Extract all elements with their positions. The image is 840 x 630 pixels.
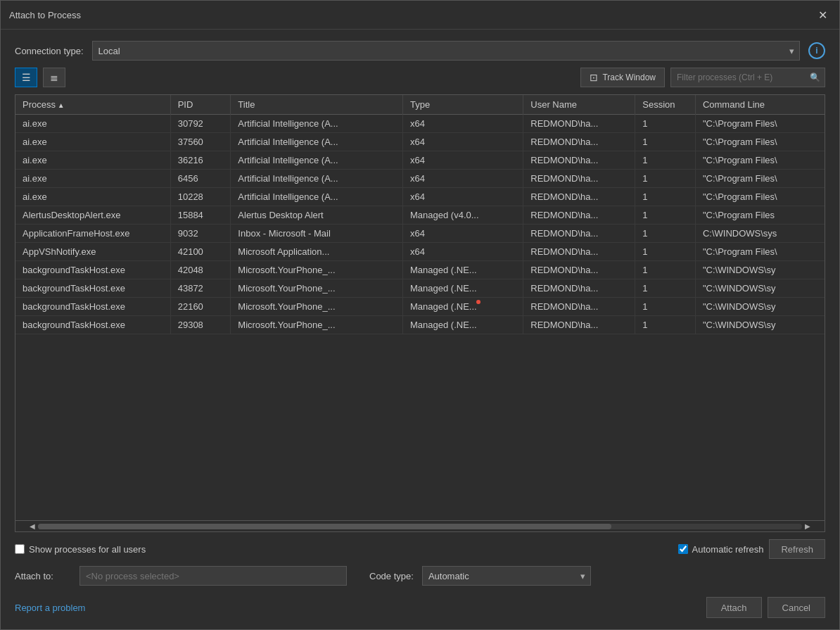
table-cell: x64 (403, 133, 523, 151)
col-header-process[interactable]: Process (15, 95, 170, 115)
table-cell: 1 (635, 115, 696, 133)
col-header-username[interactable]: User Name (523, 95, 635, 115)
report-problem-link[interactable]: Report a problem (15, 603, 85, 613)
table-cell: ApplicationFrameHost.exe (15, 225, 170, 243)
table-cell: 6456 (170, 170, 231, 188)
scroll-thumb[interactable] (38, 524, 611, 529)
toolbar-row: ☰ ≣ ⊡ Track Window 🔍 (15, 68, 825, 87)
table-cell: x64 (403, 225, 523, 243)
table-cell: 9032 (170, 225, 231, 243)
table-cell: 29308 (170, 316, 231, 334)
table-cell: 1 (635, 206, 696, 225)
close-button[interactable]: ✕ (814, 6, 831, 23)
connection-type-label: Connection type: (15, 46, 84, 56)
table-cell: "C:\Program Files\ (695, 188, 825, 206)
table-cell: 1 (635, 133, 696, 151)
table-cell: x64 (403, 170, 523, 188)
table-cell: Artificial Intelligence (A... (231, 115, 403, 133)
table-cell: Microsoft.YourPhone_... (231, 261, 403, 279)
table-cell: Alertus Desktop Alert (231, 206, 403, 225)
attach-to-row: Attach to: Code type: Automatic (15, 566, 825, 586)
attach-button[interactable]: Attach (706, 597, 762, 618)
table-cell: 30792 (170, 115, 231, 133)
table-cell: ai.exe (15, 115, 170, 133)
table-cell: 1 (635, 188, 696, 206)
filter-wrapper: 🔍 (670, 68, 825, 87)
scroll-right-arrow[interactable]: ▶ (802, 522, 813, 530)
code-type-select[interactable]: Automatic (422, 566, 591, 586)
auto-refresh-label[interactable]: Automatic refresh (678, 544, 764, 555)
col-header-cmdline[interactable]: Command Line (695, 95, 825, 115)
table-cell: "C:\Program Files\ (695, 133, 825, 151)
filter-search-button[interactable]: 🔍 (806, 68, 825, 87)
table-row[interactable]: ai.exe10228Artificial Intelligence (A...… (15, 188, 825, 206)
show-all-users-label[interactable]: Show processes for all users (15, 544, 146, 555)
table-cell: 37560 (170, 133, 231, 151)
table-cell: Microsoft.YourPhone_... (231, 298, 403, 316)
info-icon[interactable]: i (808, 42, 825, 59)
table-cell: 1 (635, 170, 696, 188)
table-row[interactable]: backgroundTaskHost.exe29308Microsoft.You… (15, 316, 825, 334)
auto-refresh-checkbox[interactable] (678, 544, 688, 554)
table-cell: REDMOND\ha... (523, 188, 635, 206)
search-icon: 🔍 (810, 73, 820, 82)
cancel-button[interactable]: Cancel (768, 597, 825, 618)
table-cell: REDMOND\ha... (523, 279, 635, 298)
table-cell: REDMOND\ha... (523, 115, 635, 133)
scroll-track (38, 524, 802, 529)
table-row[interactable]: backgroundTaskHost.exe22160Microsoft.You… (15, 298, 825, 316)
table-row[interactable]: ApplicationFrameHost.exe9032Inbox - Micr… (15, 225, 825, 243)
table-cell: Microsoft.YourPhone_... (231, 279, 403, 298)
footer-buttons: Attach Cancel (706, 597, 825, 618)
table-cell: Managed (.NE... (403, 298, 523, 316)
table-cell: REDMOND\ha... (523, 243, 635, 261)
table-cell: "C:\Program Files\ (695, 115, 825, 133)
table-row[interactable]: backgroundTaskHost.exe43872Microsoft.You… (15, 279, 825, 298)
table-cell: x64 (403, 188, 523, 206)
table-cell: REDMOND\ha... (523, 151, 635, 170)
list-view-button[interactable]: ☰ (15, 68, 37, 87)
track-window-icon: ⊡ (590, 72, 598, 83)
table-cell: Artificial Intelligence (A... (231, 188, 403, 206)
attach-to-input[interactable] (79, 566, 347, 586)
auto-refresh-group: Automatic refresh Refresh (678, 539, 825, 559)
table-cell: "C:\Program Files (695, 206, 825, 225)
process-table: Process PID Title Type User Name Session… (15, 95, 825, 334)
table-row[interactable]: backgroundTaskHost.exe42048Microsoft.You… (15, 261, 825, 279)
table-cell: REDMOND\ha... (523, 206, 635, 225)
code-type-label: Code type: (369, 571, 414, 581)
table-row[interactable]: ai.exe30792Artificial Intelligence (A...… (15, 115, 825, 133)
table-row[interactable]: AppVShNotify.exe42100Microsoft Applicati… (15, 243, 825, 261)
table-row[interactable]: ai.exe6456Artificial Intelligence (A...x… (15, 170, 825, 188)
table-row[interactable]: ai.exe36216Artificial Intelligence (A...… (15, 151, 825, 170)
table-cell: ai.exe (15, 188, 170, 206)
process-table-container: Process PID Title Type User Name Session… (15, 94, 825, 532)
scroll-left-arrow[interactable]: ◀ (27, 522, 38, 530)
col-header-type[interactable]: Type (403, 95, 523, 115)
table-cell: 1 (635, 225, 696, 243)
col-header-title[interactable]: Title (231, 95, 403, 115)
show-all-users-checkbox[interactable] (15, 544, 25, 554)
col-header-session[interactable]: Session (635, 95, 696, 115)
table-cell: Microsoft.YourPhone_... (231, 316, 403, 334)
track-window-button[interactable]: ⊡ Track Window (580, 68, 665, 87)
process-table-scroll[interactable]: Process PID Title Type User Name Session… (15, 95, 825, 520)
table-cell: REDMOND\ha... (523, 170, 635, 188)
table-cell: Microsoft Application... (231, 243, 403, 261)
col-header-pid[interactable]: PID (170, 95, 231, 115)
filter-input[interactable] (670, 68, 825, 87)
details-view-button[interactable]: ≣ (43, 68, 65, 87)
connection-type-row: Connection type: Local i (15, 41, 825, 61)
table-cell: 1 (635, 151, 696, 170)
table-row[interactable]: AlertusDesktopAlert.exe15884Alertus Desk… (15, 206, 825, 225)
table-cell: "C:\WINDOWS\sy (695, 316, 825, 334)
table-cell: 1 (635, 316, 696, 334)
code-type-select-wrapper: Automatic (422, 566, 591, 586)
title-bar: Attach to Process ✕ (1, 1, 839, 30)
connection-type-select[interactable]: Local (92, 41, 800, 61)
table-row[interactable]: ai.exe37560Artificial Intelligence (A...… (15, 133, 825, 151)
horizontal-scrollbar[interactable]: ◀ ▶ (15, 520, 825, 531)
refresh-button[interactable]: Refresh (769, 539, 825, 559)
table-cell: Artificial Intelligence (A... (231, 170, 403, 188)
table-cell: ai.exe (15, 151, 170, 170)
